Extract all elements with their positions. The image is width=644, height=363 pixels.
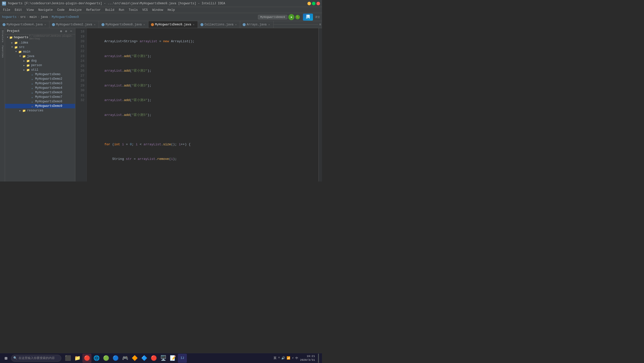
left-tab-structure[interactable]: Structure xyxy=(1,29,4,43)
tab-close-8[interactable]: ✕ xyxy=(143,23,146,26)
sidebar-settings-icon[interactable]: ⚙ xyxy=(64,29,68,33)
tab-icon-collections xyxy=(200,23,203,26)
code-content[interactable]: ArrayList<String> arrayList = new ArrayL… xyxy=(87,28,318,182)
tree-item-main[interactable]: ▼ 📁 main xyxy=(5,50,75,54)
tab-myhogartsedemo9[interactable]: MyHogwartsDemo9.java ✕ xyxy=(148,21,198,28)
tree-item-demo8[interactable]: ▶ ☕ MyHogwartsDemo8 xyxy=(5,99,75,104)
line-num-24[interactable]: 24 xyxy=(76,59,84,64)
tree-arrow-hogwarts: ▼ xyxy=(6,36,9,39)
toolbar-run-area: MyHogwartsDemo9 🐛 xyxy=(258,14,300,20)
line-num-27[interactable]: 27 xyxy=(76,73,84,78)
folder-icon-util: 📁 xyxy=(26,68,30,72)
tree-item-hogwarts[interactable]: ▼ 📁 hogwarts F:\codeSource\Jenkins-plugi… xyxy=(5,34,75,40)
breadcrumb-hogwarts[interactable]: hogwarts xyxy=(2,15,17,19)
title-bar-left: IJ hogwarts [F:\codeSource\Jenkins-plugi… xyxy=(2,2,225,6)
line-num-28[interactable]: 28 xyxy=(76,78,84,83)
menu-edit[interactable]: Edit xyxy=(13,8,24,12)
line-num-22[interactable]: 22 xyxy=(76,49,84,54)
tree-item-demo4[interactable]: ▶ ☕ MyHogwartsDemo4 xyxy=(5,86,75,90)
menu-analyze[interactable]: Analyze xyxy=(67,8,84,12)
tab-close-arrays[interactable]: ✕ xyxy=(268,23,271,26)
left-tab-favorites[interactable]: Favorites xyxy=(1,44,4,59)
tree-item-dog[interactable]: ▶ 📁 dog xyxy=(5,59,75,63)
tabs-bar: MyHogwartsDemo4.java ✕ MyHogwartsDemo2.j… xyxy=(0,21,322,28)
menu-window[interactable]: Window xyxy=(150,8,165,12)
line-num-31[interactable]: 31 xyxy=(76,93,84,98)
breadcrumb-main[interactable]: main xyxy=(30,15,37,19)
tree-item-demo9[interactable]: ▶ ☕ MyHogwartsDemo9 xyxy=(5,104,75,108)
line-num-19[interactable]: 19 xyxy=(76,34,84,39)
folder-icon-idea: 📁 xyxy=(14,41,18,45)
tencent-logo-text: 腾 xyxy=(306,14,310,20)
java-icon-demo2: ☕ xyxy=(30,77,34,81)
run-config-label[interactable]: MyHogwartsDemo9 xyxy=(258,15,287,19)
folder-icon-resources: 📁 xyxy=(22,109,26,113)
menu-refactor[interactable]: Refactor xyxy=(84,8,103,12)
tab-close-9[interactable]: ✕ xyxy=(192,23,195,26)
tree-label-demo3: MyHogwartsDemo3 xyxy=(35,82,62,85)
menu-build[interactable]: Build xyxy=(103,8,116,12)
tencent-logo: 腾 xyxy=(303,14,313,21)
menu-file[interactable]: File xyxy=(1,8,12,12)
tree-item-java[interactable]: ▼ 📁 java xyxy=(5,54,75,59)
breadcrumb-java[interactable]: java xyxy=(41,15,48,19)
java-icon-demo8: ☕ xyxy=(30,100,34,104)
line-num-30[interactable]: 30 xyxy=(76,88,84,93)
code-line-18: ArrayList<String> arrayList = new ArrayL… xyxy=(89,39,316,44)
close-button[interactable]: ✕ xyxy=(316,2,320,5)
java-icon-demo6: ☕ xyxy=(30,90,34,95)
tab-myhogwartsdemo4[interactable]: MyHogwartsDemo4.java ✕ xyxy=(0,21,49,28)
tab-arrays[interactable]: Arrays.java ✕ xyxy=(240,21,273,28)
menu-help[interactable]: Help xyxy=(166,8,177,12)
line-num-29[interactable]: 29 xyxy=(76,83,84,88)
tab-close-4[interactable]: ✕ xyxy=(44,23,47,26)
tree-item-demo7[interactable]: ▶ ☕ MyHogwartsDemo7 xyxy=(5,95,75,99)
line-num-23[interactable]: 23 xyxy=(76,54,84,59)
maximize-button[interactable]: □ xyxy=(312,2,315,5)
breadcrumb-src[interactable]: src xyxy=(20,15,26,19)
tree-arrow-idea: ▶ xyxy=(10,41,14,44)
tabs-menu-btn[interactable]: ≡ xyxy=(318,23,322,26)
tree-item-idea[interactable]: ▶ 📁 .idea xyxy=(5,40,75,45)
menu-run[interactable]: Run xyxy=(117,8,126,12)
tree-item-demo3[interactable]: ▶ ☕ MyHogwartsDemo3 xyxy=(5,81,75,86)
tree-arrow-main: ▼ xyxy=(14,51,18,53)
sidebar-minimize-icon[interactable]: — xyxy=(69,29,73,33)
tree-arrow-src: ▼ xyxy=(10,46,14,49)
tab-collections[interactable]: Collections.java ✕ xyxy=(198,21,240,28)
minimize-button[interactable]: — xyxy=(307,2,311,5)
toolbar-breadcrumb: hogwarts › src › main › java › MyHogwart… xyxy=(2,15,79,19)
tree-item-person[interactable]: ▶ 📁 person xyxy=(5,63,75,68)
breadcrumb-file[interactable]: MyHogwartsDemo9 xyxy=(52,15,79,19)
code-editor[interactable]: 18 19 20 21 22 23 24 25 26 27 28 29 30 3… xyxy=(75,28,322,182)
tree-item-demo1[interactable]: ▶ ☕ MyHogwartsDemo xyxy=(5,72,75,77)
menu-code[interactable]: Code xyxy=(55,8,67,12)
line-num-26[interactable]: 26 xyxy=(76,68,84,73)
line-num-21[interactable]: 21 xyxy=(76,44,84,49)
sidebar-header-icons: ⊕ ⚙ — xyxy=(59,29,73,33)
tree-path-hogwarts: F:\codeSource\Jenkins-plugin-dev\hog xyxy=(29,35,75,40)
tree-arrow-dog: ▶ xyxy=(22,60,26,62)
line-num-20[interactable]: 20 xyxy=(76,39,84,44)
run-button[interactable] xyxy=(288,14,294,20)
menu-view[interactable]: View xyxy=(25,8,36,12)
left-tabs: Structure Favorites xyxy=(0,28,5,182)
tree-item-demo2[interactable]: ▶ ☕ MyHogwartsDemo2 xyxy=(5,77,75,81)
tab-close-collections[interactable]: ✕ xyxy=(234,23,237,26)
menu-navigate[interactable]: Navigate xyxy=(36,8,55,12)
tab-myhogartsedemo2[interactable]: MyHogwartsDemo2.java ✕ xyxy=(49,21,99,28)
line-num-18[interactable]: 18 xyxy=(76,29,84,34)
line-num-32[interactable]: 32 xyxy=(76,98,84,103)
menu-vcs[interactable]: VCS xyxy=(140,8,150,12)
tree-item-resources[interactable]: ▶ 📁 resources xyxy=(5,108,75,113)
tab-myhogartsedemo8[interactable]: MyHogwartsDemo8.java ✕ xyxy=(99,21,148,28)
tree-item-util[interactable]: ▶ 📁 util xyxy=(5,68,75,72)
tab-close-2[interactable]: ✕ xyxy=(93,23,96,26)
debug-button[interactable]: 🐛 xyxy=(295,15,300,19)
sidebar-new-icon[interactable]: ⊕ xyxy=(59,29,63,33)
line-num-25[interactable]: 25 xyxy=(76,64,84,69)
tree-item-src[interactable]: ▼ 📁 src xyxy=(5,45,75,50)
tree-item-demo6[interactable]: ▶ ☕ MyHogwartsDemo6 xyxy=(5,90,75,95)
tree-label-person: person xyxy=(31,64,42,67)
menu-tools[interactable]: Tools xyxy=(127,8,140,12)
